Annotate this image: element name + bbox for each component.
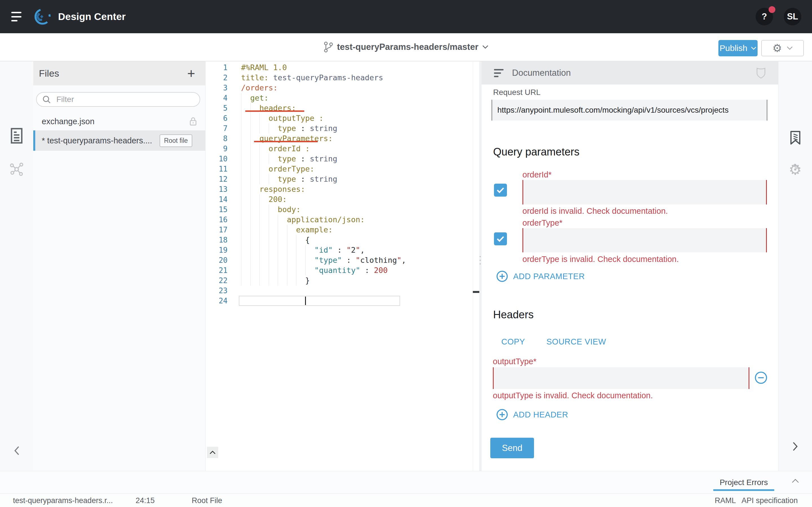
code-line[interactable]: 3/orders: (206, 83, 479, 93)
chevron-down-icon (786, 46, 793, 50)
publish-button[interactable]: Publish (718, 40, 758, 56)
status-filename: test-queryparams-headers.r... (13, 496, 113, 505)
code-text: get: (241, 93, 269, 103)
copy-button[interactable]: COPY (501, 337, 525, 346)
dependency-graph-icon[interactable] (0, 162, 33, 177)
status-root-file[interactable]: Root File (192, 496, 222, 505)
line-number: 23 (206, 286, 227, 296)
code-text: { (241, 235, 310, 245)
code-line[interactable]: 22 } (206, 276, 479, 286)
status-bar: test-queryparams-headers.r... 24:15 Root… (0, 494, 812, 507)
api-designer-gear-pencil-icon[interactable]: ⚙✎ (778, 162, 812, 177)
chevron-down-icon (751, 47, 756, 50)
code-line[interactable]: 17 example: (206, 225, 479, 235)
code-line[interactable]: 21 "quantity" : 200 (206, 265, 479, 276)
header-input-outputtype[interactable] (493, 367, 749, 389)
param-input-orderid[interactable] (522, 180, 767, 205)
code-line[interactable]: 19 "id" : "2", (206, 245, 479, 255)
code-line[interactable]: 2title: test-queryParams-headers (206, 73, 479, 83)
code-line[interactable]: 15 body: (206, 205, 479, 215)
panel-resize-grip[interactable] (479, 256, 481, 265)
top-app-bar: Design Center ? SL (0, 0, 812, 33)
code-text: responses: (241, 184, 305, 194)
right-icon-rail: ⚙✎ (778, 61, 812, 471)
collapse-right-panel-icon[interactable] (778, 442, 812, 451)
param-error-ordertype: orderType is invalid. Check documentatio… (522, 255, 679, 264)
code-text: "id" : "2", (241, 245, 365, 255)
error-underline (245, 110, 304, 112)
files-view-icon[interactable] (0, 128, 33, 144)
add-parameter-button[interactable]: ADD PARAMETER (496, 270, 585, 282)
request-url-label: Request URL (493, 88, 541, 97)
code-text: type : string (241, 123, 337, 133)
left-icon-rail (0, 61, 33, 471)
code-line[interactable]: 4 get: (206, 93, 479, 103)
app-title: Design Center (58, 11, 126, 22)
code-line[interactable]: 11 orderType: (206, 164, 479, 174)
check-icon (497, 236, 504, 242)
code-line[interactable]: 12 type : string (206, 174, 479, 184)
chevron-down-icon (483, 45, 489, 49)
avatar[interactable]: SL (784, 8, 801, 25)
line-number: 2 (206, 73, 227, 83)
panel-divider[interactable] (479, 61, 481, 471)
help-button[interactable]: ? (756, 8, 773, 25)
code-line[interactable]: 1#%RAML 1.0 (206, 62, 479, 73)
project-settings-button[interactable]: ⚙ (761, 40, 804, 56)
code-text: } (241, 276, 310, 286)
documentation-bookmark-icon[interactable] (778, 130, 812, 145)
line-number: 8 (206, 133, 227, 144)
hamburger-menu-icon[interactable] (11, 12, 22, 21)
project-errors-bar: Project Errors (0, 471, 812, 494)
branch-name: test-queryParams-headers/master (337, 42, 478, 52)
git-branch-icon (323, 41, 333, 53)
line-number: 17 (206, 225, 227, 235)
file-row-exchange[interactable]: exchange.json (33, 112, 205, 130)
headers-heading: Headers (493, 309, 534, 321)
line-number: 10 (206, 154, 227, 164)
line-number: 7 (206, 123, 227, 133)
code-text: example: (241, 225, 333, 235)
add-file-button[interactable]: + (187, 67, 195, 80)
code-text: "type" : "clothing", (241, 255, 406, 265)
root-file-badge: Root file (160, 134, 192, 147)
param-label-orderid: orderId* (522, 170, 552, 179)
line-number: 5 (206, 103, 227, 113)
code-line[interactable]: 23 (206, 286, 479, 296)
request-url-input[interactable] (492, 100, 767, 121)
code-line[interactable]: 8 queryParameters: (206, 133, 479, 144)
code-line[interactable]: 6 outputType : (206, 113, 479, 123)
line-number: 16 (206, 215, 227, 225)
source-view-button[interactable]: SOURCE VIEW (546, 337, 606, 346)
code-line[interactable]: 13 responses: (206, 184, 479, 194)
error-underline (254, 141, 318, 142)
toc-list-icon[interactable] (494, 69, 504, 77)
param-input-ordertype[interactable] (522, 228, 767, 252)
code-line[interactable]: 18 { (206, 235, 479, 245)
code-line[interactable]: 9 orderId : (206, 144, 479, 154)
line-number: 14 (206, 194, 227, 205)
file-row-root[interactable]: * test-queryparams-headers.... Root file (33, 130, 205, 151)
code-line[interactable]: 16 application/json: (206, 215, 479, 225)
code-line[interactable]: 20 "type" : "clothing", (206, 255, 479, 265)
code-editor[interactable]: 1#%RAML 1.02title: test-queryParams-head… (205, 61, 479, 471)
code-line[interactable]: 10 type : string (206, 154, 479, 164)
documentation-header: Documentation (481, 61, 778, 84)
line-number: 1 (206, 62, 227, 73)
send-button[interactable]: Send (490, 438, 534, 458)
code-text: title: test-queryParams-headers (241, 73, 383, 83)
expand-bottom-drawer-button[interactable] (207, 447, 218, 458)
shield-icon[interactable] (756, 67, 766, 79)
collapse-left-panel-icon[interactable] (0, 446, 33, 455)
line-number: 19 (206, 245, 227, 255)
filter-input[interactable] (36, 92, 200, 107)
add-header-button[interactable]: ADD HEADER (496, 409, 568, 420)
remove-header-button[interactable] (755, 371, 767, 385)
branch-selector[interactable]: test-queryParams-headers/master (323, 33, 488, 61)
code-line[interactable]: 7 type : string (206, 123, 479, 133)
param-checkbox-ordertype[interactable] (494, 232, 507, 245)
documentation-title: Documentation (512, 68, 571, 78)
param-checkbox-orderid[interactable] (494, 184, 507, 196)
chevron-up-icon[interactable] (792, 478, 799, 484)
code-line[interactable]: 14 200: (206, 194, 479, 205)
